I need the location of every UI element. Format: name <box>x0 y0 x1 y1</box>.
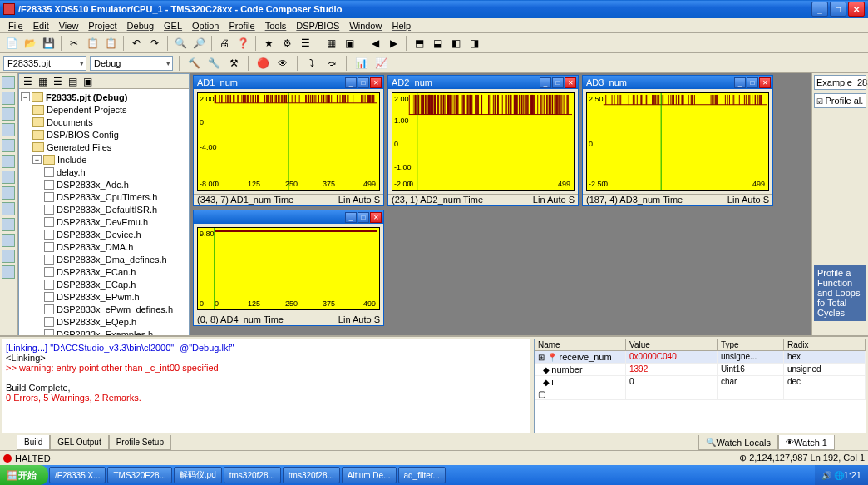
plot-ad1[interactable]: 2.00 0 -4.00 -8.00 0 125 250 375 499 <box>197 92 380 191</box>
taskbar-item[interactable]: tms320f28... <box>224 467 281 483</box>
watch-header[interactable]: Type <box>718 339 784 350</box>
menu-window[interactable]: Window <box>344 20 387 32</box>
step-button[interactable]: ⤵ <box>303 55 320 72</box>
find-button[interactable]: 🔍 <box>172 35 189 52</box>
taskbar-item[interactable]: TMS320F28... <box>107 467 171 483</box>
build-button[interactable]: 🔨 <box>185 55 202 72</box>
redo-button[interactable]: ↷ <box>146 35 163 52</box>
taskbar-item[interactable]: 解码仪.pd <box>174 467 222 483</box>
plot-ad4[interactable]: 9.80 0 0 125 250 375 499 <box>197 227 380 310</box>
graph-max-button[interactable]: □ <box>358 212 369 223</box>
menu-dspbios[interactable]: DSP/BIOS <box>291 20 344 32</box>
graph-window-ad1[interactable]: AD1_num_□✕ 2.00 0 -4.00 -8.00 0 125 250 … <box>193 75 384 206</box>
compile-button[interactable]: ⚒ <box>225 55 242 72</box>
rebuild-button[interactable]: 🔧 <box>205 55 222 72</box>
stepout-icon[interactable] <box>2 107 15 121</box>
watch-row-empty[interactable]: ▢ <box>535 388 866 400</box>
tree-tool-c[interactable]: ☰ <box>51 75 64 88</box>
tree-root[interactable]: F28335.pjt (Debug) <box>46 92 127 102</box>
mem-icon[interactable] <box>2 250 15 263</box>
tool-h[interactable]: ◧ <box>447 35 464 52</box>
minimize-button[interactable]: _ <box>811 2 828 17</box>
tool-e[interactable]: ▣ <box>341 35 358 52</box>
menu-view[interactable]: View <box>54 20 84 32</box>
tool-i[interactable]: ◨ <box>466 35 482 52</box>
tool-f[interactable]: ⬒ <box>411 35 427 52</box>
tree-file[interactable]: DSP2833x_ECap.h <box>57 280 136 290</box>
tree-folder[interactable]: Documents <box>47 117 93 127</box>
tree-tool-a[interactable]: ☰ <box>21 75 34 88</box>
project-combo[interactable]: F28335.pjt <box>3 56 86 71</box>
restart-icon[interactable] <box>2 171 15 184</box>
print-button[interactable]: 🖨 <box>216 35 233 52</box>
tree-folder[interactable]: Include <box>57 155 86 165</box>
watch-header[interactable]: Radix <box>784 339 866 350</box>
paste-button[interactable]: 📋 <box>102 35 119 52</box>
undo-button[interactable]: ↶ <box>128 35 145 52</box>
tab-watch1[interactable]: 👁 Watch 1 <box>778 435 835 450</box>
menu-edit[interactable]: Edit <box>28 20 54 32</box>
menu-help[interactable]: Help <box>387 20 416 32</box>
close-button[interactable]: ✕ <box>848 2 865 17</box>
graph-max-button[interactable]: □ <box>747 77 758 88</box>
graph-max-button[interactable]: □ <box>358 77 369 88</box>
menu-gel[interactable]: GEL <box>159 20 187 32</box>
tool-g[interactable]: ⬓ <box>429 35 446 52</box>
taskbar-item[interactable]: /F28335 X... <box>49 467 106 483</box>
graph-window-ad3[interactable]: AD3_num_□✕ 2.50 0 -2.50 0 499 (187, 4) A… <box>582 75 773 206</box>
system-tray[interactable]: 🔊 🌐 1:21 <box>815 465 868 485</box>
graph-close-button[interactable]: ✕ <box>759 77 771 88</box>
graph-min-button[interactable]: _ <box>540 77 551 88</box>
tree-file[interactable]: DSP2833x_ECan.h <box>57 267 136 277</box>
help-button[interactable]: ❓ <box>234 35 251 52</box>
graph-icon[interactable] <box>2 265 15 279</box>
watch-row[interactable]: ◆ number 1392 Uint16 unsigned <box>535 364 866 376</box>
run-icon[interactable] <box>2 123 15 136</box>
menu-option[interactable]: Option <box>187 20 224 32</box>
tree-file[interactable]: DSP2833x_ePwm_defines.h <box>57 304 173 314</box>
tree-file[interactable]: DSP2833x_Adc.h <box>57 180 129 190</box>
taskbar-item[interactable]: tms320f28... <box>283 467 340 483</box>
nav-back[interactable]: ◀ <box>367 35 383 52</box>
tree-file[interactable]: DSP2833x_EQep.h <box>57 317 136 327</box>
tab-profile[interactable]: Profile Setup <box>109 435 171 450</box>
tree-file[interactable]: DSP2833x_Device.h <box>57 230 141 240</box>
tree-file[interactable]: DSP2833x_EPwm.h <box>57 292 140 302</box>
tree-file[interactable]: delay.h <box>57 167 86 177</box>
tree-folder[interactable]: Generated Files <box>47 142 111 152</box>
plot-ad3[interactable]: 2.50 0 -2.50 0 499 <box>586 92 769 191</box>
tab-build[interactable]: Build <box>17 435 50 450</box>
watch-window[interactable]: Name Value Type Radix ⊞ 📍 receive_num 0x… <box>534 339 866 433</box>
graph-min-button[interactable]: _ <box>345 77 357 88</box>
freerun-icon[interactable] <box>2 186 15 200</box>
watch-row[interactable]: ◆ i 0 char dec <box>535 376 866 388</box>
tool-d[interactable]: ▦ <box>323 35 339 52</box>
tree-tool-e[interactable]: ▣ <box>81 75 94 88</box>
tree-tool-d[interactable]: ▤ <box>66 75 79 88</box>
menu-file[interactable]: File <box>3 20 28 32</box>
graph-max-button[interactable]: □ <box>552 77 564 88</box>
menu-debug[interactable]: Debug <box>122 20 159 32</box>
graph-close-button[interactable]: ✕ <box>370 212 382 223</box>
taskbar-item[interactable]: ad_filter... <box>398 467 446 483</box>
save-button[interactable]: 💾 <box>40 35 57 52</box>
graph-close-button[interactable]: ✕ <box>565 77 576 88</box>
graph-close-button[interactable]: ✕ <box>370 77 382 88</box>
breakpoint-button[interactable]: 🔴 <box>254 55 271 72</box>
copy-button[interactable]: 📋 <box>84 35 101 52</box>
config-combo[interactable]: Debug <box>90 56 173 71</box>
watch-row[interactable]: ⊞ 📍 receive_num 0x0000C040 unsigne... he… <box>535 351 866 364</box>
tree-tool-b[interactable]: ▦ <box>36 75 49 88</box>
animate-icon[interactable] <box>2 155 15 168</box>
maximize-button[interactable]: □ <box>830 2 846 17</box>
plot-ad2[interactable]: 2.00 1.00 0 -1.00 -2.00 0 499 <box>392 92 575 191</box>
profile-button[interactable]: 📊 <box>353 55 369 72</box>
right-check[interactable]: ☑ Profile al. <box>814 93 866 108</box>
graph-min-button[interactable]: _ <box>734 77 746 88</box>
tool-a[interactable]: ★ <box>260 35 277 52</box>
stepover-button[interactable]: ⤼ <box>323 55 340 72</box>
halt-icon[interactable] <box>2 139 15 152</box>
tab-watchlocals[interactable]: 🔍 Watch Locals <box>698 435 778 450</box>
bp-icon[interactable] <box>2 202 15 215</box>
tree-folder[interactable]: DSP/BIOS Config <box>47 130 119 140</box>
